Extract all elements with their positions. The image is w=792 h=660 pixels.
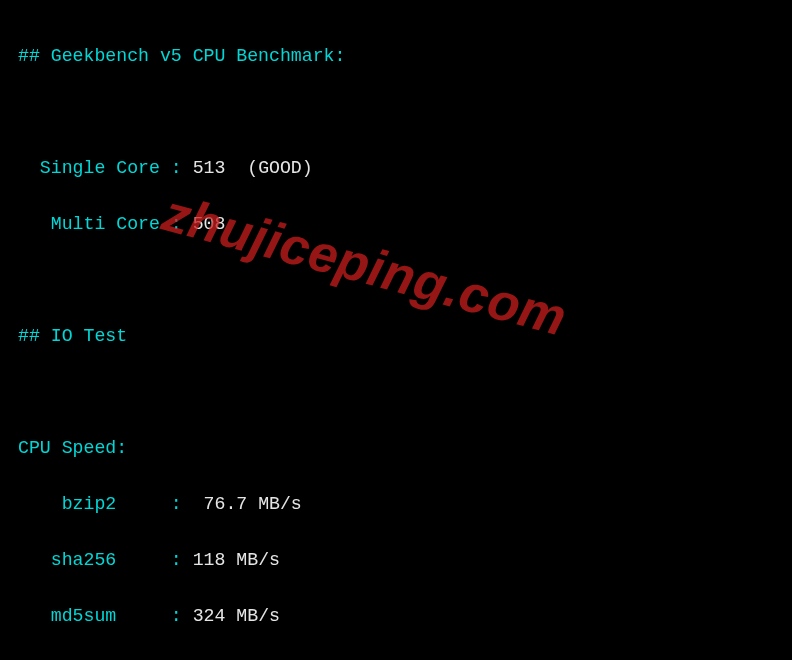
- terminal-output: ## Geekbench v5 CPU Benchmark: Single Co…: [0, 0, 792, 660]
- md5sum-row: md5sum : 324 MB/s: [18, 602, 774, 630]
- sha256-label: sha256 :: [18, 550, 193, 570]
- blank-line: [18, 98, 774, 126]
- cpu-speed-heading: CPU Speed:: [18, 434, 774, 462]
- sha256-row: sha256 : 118 MB/s: [18, 546, 774, 574]
- blank-line: [18, 378, 774, 406]
- io-test-heading: ## IO Test: [18, 322, 774, 350]
- blank-line: [18, 266, 774, 294]
- sha256-value: 118 MB/s: [193, 550, 280, 570]
- bzip2-value: 76.7 MB/s: [193, 494, 302, 514]
- geekbench-heading: ## Geekbench v5 CPU Benchmark:: [18, 42, 774, 70]
- single-core-label: Single Core :: [18, 158, 193, 178]
- multi-core-label: Multi Core :: [18, 214, 193, 234]
- bzip2-label: bzip2 :: [18, 494, 193, 514]
- single-core-value: 513 (GOOD): [193, 158, 313, 178]
- multi-core-value: 508: [193, 214, 226, 234]
- md5sum-label: md5sum :: [18, 606, 193, 626]
- single-core-row: Single Core : 513 (GOOD): [18, 154, 774, 182]
- multi-core-row: Multi Core : 508: [18, 210, 774, 238]
- bzip2-row: bzip2 : 76.7 MB/s: [18, 490, 774, 518]
- md5sum-value: 324 MB/s: [193, 606, 280, 626]
